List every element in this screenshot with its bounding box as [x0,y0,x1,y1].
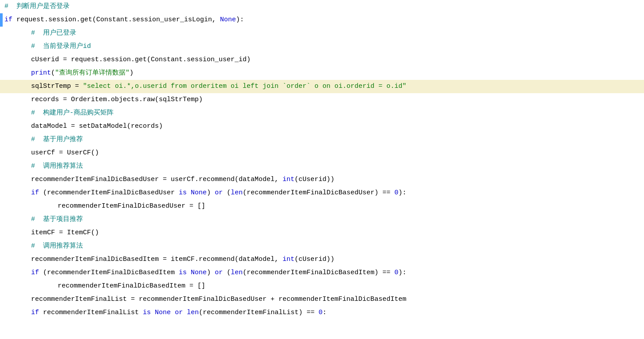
token-plain: userCf = UserCF() [31,146,99,160]
code-line: records = Orderitem.objects.raw(sqlStrTe… [0,93,644,106]
token-plain: request.session.get(Constant.session_use… [12,13,220,27]
code-line: itemCF = ItemCF() [0,226,644,240]
token-plain: sqlStrTemp = [31,80,83,93]
code-line: cUserid = request.session.get(Constant.s… [0,53,644,67]
code-line: # 当前登录用户id [0,40,644,53]
token-plain: dataModel = setDataModel(records) [31,120,163,133]
token-plain [183,306,187,319]
token-kw: or [215,186,223,200]
token-comment: # 调用推荐算法 [31,160,83,173]
token-plain [187,186,191,200]
token-builtin: int [283,173,295,186]
code-line: sqlStrTemp = "select oi.*,o.userid from … [0,80,644,93]
code-line: # 判断用户是否登录 [0,0,644,13]
code-line: if recommenderItemFinalList is None or l… [0,306,644,319]
code-line: recommenderItemFinalDicBasedItem = [] [0,280,644,293]
code-line: print("查询所有订单详情数据") [0,67,644,80]
token-builtin: len [187,306,199,319]
token-plain: ) [207,266,215,280]
token-kw: or [175,306,183,319]
token-plain: (recommenderItemFinalDicBasedUser [39,186,179,200]
token-plain: ( [51,67,55,80]
token-plain: recommenderItemFinalList [39,306,143,319]
token-comment: # 当前登录用户id [31,40,91,53]
token-kw: if [31,186,39,200]
code-line: recommenderItemFinalList = recommenderIt… [0,293,644,306]
code-line: if (recommenderItemFinalDicBasedItem is … [0,266,644,280]
code-line: recommenderItemFinalDicBasedUser = [] [0,200,644,213]
token-plain: ( [223,266,231,280]
token-comment: # 基于项目推荐 [31,213,83,226]
token-plain: ( [223,186,231,200]
token-plain: recommenderItemFinalDicBasedUser = [] [58,200,205,213]
token-kw: if [31,266,39,280]
code-line: # 调用推荐算法 [0,240,644,253]
token-plain: (recommenderItemFinalDicBasedUser) == [243,186,394,200]
token-plain: ) [130,67,134,80]
token-plain: ): [398,186,406,200]
token-plain: (cUserid)) [295,173,334,186]
token-plain: itemCF = ItemCF() [31,226,99,240]
token-plain [171,306,175,319]
token-comment: # 构建用户-商品购买矩阵 [31,106,114,120]
token-plain: records = Orderitem.objects.raw(sqlStrTe… [31,93,203,106]
token-str: "查询所有订单详情数据" [55,67,130,80]
token-comment: # 判断用户是否登录 [4,0,70,13]
token-plain: (recommenderItemFinalDicBasedItem [39,266,179,280]
code-line: if request.session.get(Constant.session_… [0,13,644,27]
token-builtin: len [231,186,243,200]
token-plain: cUserid = request.session.get(Constant.s… [31,53,251,67]
token-comment: # 用户已登录 [31,27,76,40]
token-number: 0 [394,266,398,280]
token-kw: None [220,13,236,27]
code-line: # 基于项目推荐 [0,213,644,226]
token-plain: (recommenderItemFinalList) == [199,306,318,319]
code-editor: # 判断用户是否登录if request.session.get(Constan… [0,0,644,339]
code-line: # 基于用户推荐 [0,133,644,146]
token-plain: recommenderItemFinalDicBasedItem = itemC… [31,253,283,266]
token-plain [187,266,191,280]
code-line: # 调用推荐算法 [0,160,644,173]
token-kw: is [179,266,187,280]
code-line: if (recommenderItemFinalDicBasedUser is … [0,186,644,200]
code-line: dataModel = setDataModel(records) [0,120,644,133]
token-plain [151,306,155,319]
token-comment: # 调用推荐算法 [31,240,83,253]
token-plain: recommenderItemFinalDicBasedItem = [] [58,280,205,293]
token-builtin: len [231,266,243,280]
token-plain: (recommenderItemFinalDicBasedItem) == [243,266,394,280]
code-line: userCf = UserCF() [0,146,644,160]
token-str: "select oi.*,o.userid from orderitem oi … [83,80,406,93]
token-fn: print [31,67,51,80]
token-plain: ) [207,186,215,200]
code-line: # 构建用户-商品购买矩阵 [0,106,644,120]
token-kw: None [155,306,171,319]
token-plain: (cUserid)) [295,253,334,266]
code-line: recommenderItemFinalDicBasedUser = userC… [0,173,644,186]
token-number: 0 [318,306,322,319]
token-kw: if [4,13,12,27]
token-plain: ): [398,266,406,280]
token-plain: : [322,306,326,319]
scope-bar [0,13,3,27]
token-number: 0 [394,186,398,200]
token-kw: or [215,266,223,280]
token-kw: is [179,186,187,200]
token-plain: ): [236,13,244,27]
code-line: # 用户已登录 [0,27,644,40]
token-kw: is [143,306,151,319]
token-comment: # 基于用户推荐 [31,133,83,146]
token-plain: recommenderItemFinalList = recommenderIt… [31,293,406,306]
token-plain: recommenderItemFinalDicBasedUser = userC… [31,173,283,186]
token-kw: None [191,186,207,200]
token-builtin: int [283,253,295,266]
token-kw: if [31,306,39,319]
code-line: recommenderItemFinalDicBasedItem = itemC… [0,253,644,266]
token-kw: None [191,266,207,280]
